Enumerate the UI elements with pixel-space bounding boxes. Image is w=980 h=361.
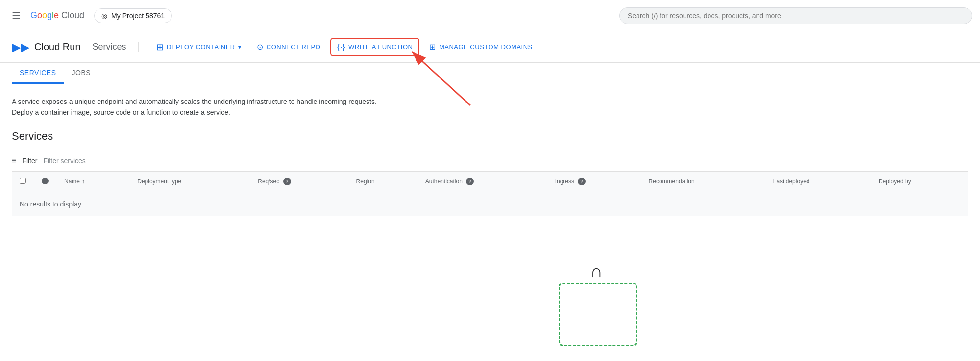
tabs-bar: SERVICES JOBS <box>0 63 980 84</box>
project-selector[interactable]: ◎ My Project 58761 <box>94 8 172 23</box>
col-name[interactable]: Name ↑ <box>56 172 129 192</box>
col-ingress: Ingress ? <box>547 172 641 192</box>
col-recommendation: Recommendation <box>641 172 765 192</box>
hamburger-menu[interactable]: ☰ <box>8 6 24 26</box>
domains-icon: ⊞ <box>429 42 436 52</box>
name-sort[interactable]: Name ↑ <box>64 178 122 185</box>
tab-services[interactable]: SERVICES <box>12 63 64 84</box>
status-circle <box>42 178 49 184</box>
google-cloud-logo: Google Cloud <box>30 10 84 21</box>
col-authentication: Authentication ? <box>417 172 547 192</box>
app-name: Cloud Run <box>34 41 81 52</box>
col-status <box>34 172 56 192</box>
services-title: Services <box>93 42 139 52</box>
col-deployed-by: Deployed by <box>871 172 968 192</box>
sort-asc-icon: ↑ <box>82 178 85 185</box>
tab-jobs[interactable]: JOBS <box>64 63 99 84</box>
search-bar[interactable] <box>619 7 972 24</box>
omega-shape: ∩ <box>590 261 603 282</box>
description-line2: Deploy a container image, source code or… <box>12 107 968 118</box>
project-label: My Project 58761 <box>111 12 165 20</box>
col-last-deployed: Last deployed <box>765 172 871 192</box>
cloud-run-icon: ▶▶ <box>12 40 29 54</box>
section-title: Services <box>12 130 968 143</box>
service-toolbar: ▶▶ Cloud Run Services ⊞ DEPLOY CONTAINER… <box>0 31 980 63</box>
col-checkbox <box>12 172 34 192</box>
write-function-button[interactable]: {·} WRITE A FUNCTION <box>330 38 419 56</box>
green-dashed-box <box>559 283 637 346</box>
services-table: Name ↑ Deployment type Req/sec ? Region <box>12 172 968 216</box>
page-wrapper: ☰ Google Cloud ◎ My Project 58761 ▶▶ Clo… <box>0 0 980 361</box>
select-all-checkbox[interactable] <box>20 178 26 184</box>
auth-help-icon[interactable]: ? <box>466 178 474 185</box>
description: A service exposes a unique endpoint and … <box>12 96 968 118</box>
repo-icon: ⊙ <box>257 42 264 52</box>
col-region: Region <box>348 172 417 192</box>
filter-label: Filter <box>22 157 37 165</box>
col-deployment: Deployment type <box>129 172 250 192</box>
ingress-help-icon[interactable]: ? <box>578 178 586 185</box>
col-reqsec: Req/sec ? <box>250 172 348 192</box>
no-results-row: No results to display <box>12 192 968 216</box>
cloud-run-logo: ▶▶ Cloud Run <box>12 40 81 54</box>
top-nav: ☰ Google Cloud ◎ My Project 58761 <box>0 0 980 31</box>
filter-placeholder: Filter services <box>43 157 85 165</box>
project-icon: ◎ <box>101 12 107 20</box>
filter-row: ≡ Filter Filter services <box>12 151 968 172</box>
main-content: A service exposes a unique endpoint and … <box>0 84 980 216</box>
filter-icon: ≡ <box>12 156 16 165</box>
table-header: Name ↑ Deployment type Req/sec ? Region <box>12 172 968 192</box>
deploy-icon: ⊞ <box>156 42 164 52</box>
function-icon: {·} <box>337 43 345 52</box>
description-line1: A service exposes a unique endpoint and … <box>12 96 968 107</box>
search-input[interactable] <box>628 12 964 20</box>
manage-domains-button[interactable]: ⊞ MANAGE CUSTOM DOMAINS <box>423 38 538 55</box>
connect-repo-button[interactable]: ⊙ CONNECT REPO <box>251 38 326 55</box>
deploy-dropdown-icon: ▾ <box>238 44 242 51</box>
deploy-container-button[interactable]: ⊞ DEPLOY CONTAINER ▾ <box>150 38 247 56</box>
reqsec-help-icon[interactable]: ? <box>283 178 291 185</box>
